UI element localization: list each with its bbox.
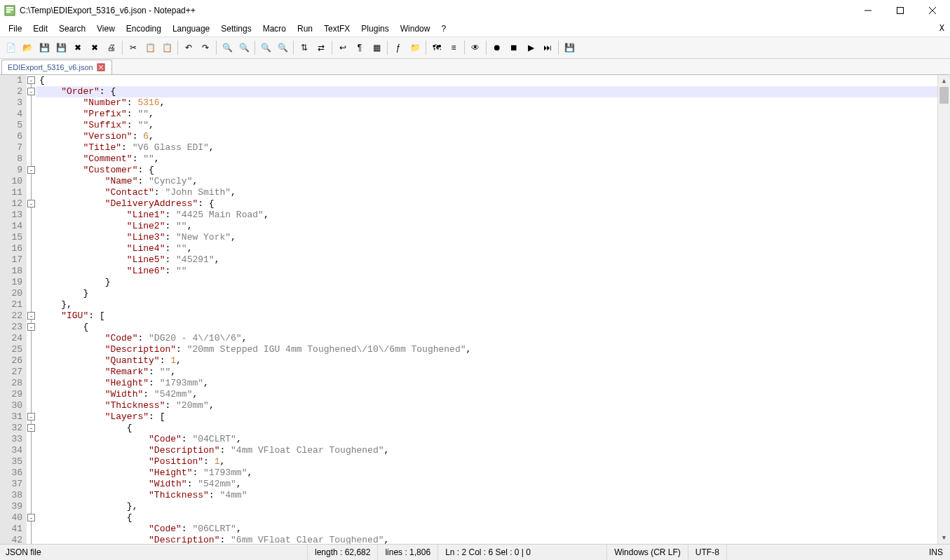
code-line[interactable]: "Version": 6, [36,131,937,142]
code-line[interactable]: "Line3": "New York", [36,232,937,243]
toolbar-sync-h-button[interactable]: ⇄ [313,40,329,55]
fold-toggle[interactable]: - [27,413,35,421]
code-line[interactable]: "Height": "1793mm", [36,467,937,479]
code-line[interactable]: "Width": "542mm", [36,479,937,490]
code-line[interactable]: "Line2": "", [36,221,937,232]
toolbar-all-chars-button[interactable]: ¶ [352,40,367,55]
menubar-close-x[interactable]: X [939,23,944,33]
toolbar-zoom-in-button[interactable]: 🔍 [258,40,273,55]
code-area[interactable]: { "Order": { "Number": 5316, "Prefix": "… [36,75,937,544]
fold-toggle[interactable]: - [27,323,35,331]
code-line[interactable]: "Line5": "45291", [36,254,937,266]
code-line[interactable]: }, [36,501,937,512]
toolbar-folder-button[interactable]: 📁 [407,40,423,55]
fold-toggle[interactable]: - [27,424,35,432]
code-line[interactable]: { [36,423,937,434]
code-line[interactable]: "Name": "Cyncly", [36,176,937,187]
toolbar-paste-button[interactable]: 📋 [159,40,175,55]
menu-plugins[interactable]: Plugins [355,22,394,35]
menu-search[interactable]: Search [53,22,91,35]
code-line[interactable]: { [36,512,937,524]
code-line[interactable]: "Customer": { [36,165,937,176]
toolbar-play-multi-button[interactable]: ⏭ [540,40,555,55]
toolbar-func-list-button[interactable]: ≡ [446,40,461,55]
scroll-up-icon[interactable]: ▴ [938,75,950,87]
toolbar-print-button[interactable]: 🖨 [104,40,119,55]
code-line[interactable]: "Line1": "4425 Main Road", [36,210,937,221]
toolbar-undo-button[interactable]: ↶ [181,40,196,55]
code-line[interactable]: "Prefix": "", [36,109,937,120]
fold-toggle[interactable]: - [27,88,35,95]
code-line[interactable]: } [36,288,937,299]
vertical-scrollbar[interactable]: ▴ ▾ [937,75,950,544]
code-line[interactable]: "Order": { [36,86,937,97]
code-line[interactable]: { [36,322,937,333]
code-line[interactable]: "Description": "6mm VFloat Clear Toughen… [36,535,937,544]
menu-language[interactable]: Language [167,22,215,35]
menu-settings[interactable]: Settings [215,22,257,35]
toolbar-redo-button[interactable]: ↷ [198,40,213,55]
scroll-down-icon[interactable]: ▾ [938,532,950,544]
toolbar-record-button[interactable]: ⏺ [489,40,505,55]
menu-run[interactable]: Run [292,22,318,35]
code-line[interactable]: "Suffix": "", [36,120,937,131]
toolbar-save-session-button[interactable]: 💾 [562,40,577,55]
code-line[interactable]: "Line6": "" [36,266,937,277]
toolbar-open-button[interactable]: 📂 [20,40,35,55]
toolbar-cut-button[interactable]: ✂ [125,40,141,55]
toolbar-monitor-button[interactable]: 👁 [468,40,483,55]
code-line[interactable]: "Line4": "", [36,243,937,254]
menu-encoding[interactable]: Encoding [121,22,167,35]
toolbar-save-all-button[interactable]: 💾 [53,40,69,55]
code-line[interactable]: "Title": "V6 Glass EDI", [36,142,937,153]
code-line[interactable]: "DeliveryAddress": { [36,198,937,210]
toolbar-play-button[interactable]: ▶ [523,40,538,55]
menu-help[interactable]: ? [435,22,452,35]
toolbar-copy-button[interactable]: 📋 [142,40,158,55]
code-line[interactable]: }, [36,299,937,310]
code-line[interactable]: } [36,277,937,288]
fold-toggle[interactable]: - [27,200,35,207]
code-line[interactable]: "Description": "4mm VFloat Clear Toughen… [36,445,937,456]
menu-textfx[interactable]: TextFX [318,22,355,35]
code-line[interactable]: "Thickness": "20mm", [36,400,937,411]
code-line[interactable]: "Comment": "", [36,153,937,165]
code-line[interactable]: "Code": "04CLRT", [36,434,937,445]
code-line[interactable]: "Position": 1, [36,456,937,467]
code-line[interactable]: "Width": "542mm", [36,389,937,400]
toolbar-lang-button[interactable]: ƒ [391,40,406,55]
fold-column[interactable]: --------- [27,75,36,544]
toolbar-zoom-out-button[interactable]: 🔍 [275,40,290,55]
code-line[interactable]: "Remark": "", [36,367,937,378]
code-line[interactable]: "Code": "DG20 - 4\/10\/6", [36,333,937,344]
toolbar-indent-guide-button[interactable]: ▦ [369,40,384,55]
menu-edit[interactable]: Edit [27,22,53,35]
tab-dirty-icon[interactable] [96,62,106,72]
code-line[interactable]: "Contact": "John Smith", [36,187,937,198]
code-line[interactable]: { [36,75,937,86]
fold-toggle[interactable]: - [27,312,35,320]
toolbar-new-button[interactable]: 📄 [3,40,18,55]
code-line[interactable]: "Layers": [ [36,411,937,423]
menu-file[interactable]: File [3,22,27,35]
toolbar-save-button[interactable]: 💾 [36,40,52,55]
scroll-thumb[interactable] [939,87,949,104]
toolbar-close-button[interactable]: ✖ [70,40,86,55]
close-button[interactable] [916,0,949,21]
code-line[interactable]: "Height": "1793mm", [36,378,937,389]
toolbar-close-all-button[interactable]: ✖ [87,40,102,55]
code-line[interactable]: "Thickness": "4mm" [36,490,937,501]
code-line[interactable]: "Description": "20mm Stepped IGU 4mm Tou… [36,344,937,355]
fold-toggle[interactable]: - [27,514,35,521]
menu-macro[interactable]: Macro [257,22,292,35]
toolbar-find-button[interactable]: 🔍 [219,40,235,55]
toolbar-replace-button[interactable]: 🔍 [236,40,252,55]
code-line[interactable]: "Code": "06CLRT", [36,524,937,535]
toolbar-doc-map-button[interactable]: 🗺 [429,40,445,55]
menu-window[interactable]: Window [395,22,436,35]
code-line[interactable]: "Number": 5316, [36,97,937,109]
fold-toggle[interactable]: - [27,76,35,84]
toolbar-sync-v-button[interactable]: ⇅ [297,40,312,55]
file-tab[interactable]: EDIExport_5316_v6.json [1,60,112,74]
maximize-button[interactable] [884,0,916,21]
